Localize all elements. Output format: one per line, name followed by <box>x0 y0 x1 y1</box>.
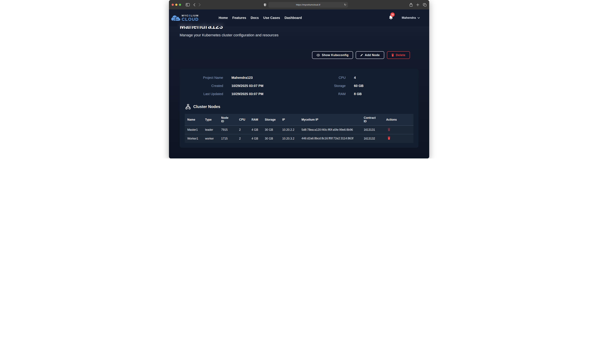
node-type: leader <box>202 126 219 134</box>
node-mycelium-ip: 5d8:78ea:a120:f40c:ff0f:a5fe:99e6:8b96 <box>299 126 361 134</box>
col-ip: IP <box>280 114 299 126</box>
delete-label: Delete <box>396 53 406 57</box>
cluster-nodes-table-wrap: Name Type Node ID CPU RAM Storage IP Myc… <box>185 114 414 143</box>
node-storage: 30 GB <box>262 126 280 134</box>
node-id: 1715 <box>219 134 237 143</box>
table-row: Master1 leader 7915 2 4 GB 30 GB 10.20.2… <box>185 126 414 134</box>
user-name: Mahendra <box>402 16 416 20</box>
tab-overview-icon[interactable] <box>423 3 427 7</box>
new-tab-icon[interactable] <box>416 3 419 6</box>
col-contract-id: Contract ID <box>361 114 383 126</box>
nav-item-docs[interactable]: Docs <box>251 16 259 20</box>
storage-label: Storage <box>309 84 346 88</box>
project-info-grid: Project Name Mahendra123 CPU 4 Created 1… <box>180 76 418 96</box>
logo-line-mycelium: MYCELIUM <box>182 14 199 17</box>
close-window-button[interactable] <box>172 4 174 6</box>
node-actions <box>383 134 414 143</box>
cluster-nodes-table: Name Type Node ID CPU RAM Storage IP Myc… <box>185 114 414 143</box>
mycelium-cloud-logo[interactable]: MYCELIUM CLOUD <box>171 14 199 22</box>
page-body: Mahendra123 Manage your Kubernetes clust… <box>169 9 429 158</box>
url-text: https://myceliumcloud.tf <box>296 3 320 6</box>
forward-button-icon[interactable] <box>199 3 201 7</box>
network-icon <box>185 104 191 109</box>
chrome-right-tools <box>409 3 427 7</box>
project-name-value: Mahendra123 <box>232 76 301 80</box>
created-value: 10/29/2025 03:07 PM <box>232 84 301 88</box>
delete-cluster-button[interactable]: Delete <box>387 51 410 59</box>
ram-value: 8 GB <box>354 92 418 96</box>
add-node-label: Add Node <box>365 53 380 57</box>
cluster-actions-row: Show Kubeconfig Add Node Delete <box>180 51 418 59</box>
ram-label: RAM <box>309 92 346 96</box>
node-storage: 30 GB <box>262 134 280 143</box>
back-button-icon[interactable] <box>193 3 195 7</box>
table-row: Worker1 worker 1715 2 4 GB 30 GB 10.20.3… <box>185 134 414 143</box>
node-name: Worker1 <box>185 134 202 143</box>
trash-icon <box>391 54 394 57</box>
col-node-id: Node ID <box>219 114 237 126</box>
nav-links: Home Features Docs Use Cases Dashboard <box>219 16 302 20</box>
node-mycelium-ip: 446:d2a6:8bcd:8c16:ff0f:72e2:3114:863f <box>299 134 361 143</box>
main-content: Mahendra123 Manage your Kubernetes clust… <box>169 9 429 148</box>
page-subtitle: Manage your Kubernetes cluster configura… <box>180 33 418 37</box>
created-label: Created <box>180 84 223 88</box>
delete-node-button[interactable] <box>388 128 390 131</box>
node-cpu: 2 <box>237 126 249 134</box>
sidebar-toggle-icon[interactable] <box>186 3 190 6</box>
project-name-label: Project Name <box>180 76 223 80</box>
reload-icon[interactable]: ↻ <box>344 3 346 6</box>
node-actions <box>383 126 414 134</box>
nav-item-home[interactable]: Home <box>219 16 228 20</box>
user-menu[interactable]: Mahendra <box>402 16 420 20</box>
share-icon[interactable] <box>409 3 413 7</box>
cluster-nodes-header: Cluster Nodes <box>185 104 418 109</box>
node-cpu: 2 <box>237 134 249 143</box>
traffic-lights <box>172 4 181 6</box>
trash-icon <box>388 137 390 140</box>
pencil-icon <box>360 54 363 57</box>
cpu-label: CPU <box>309 76 346 80</box>
browser-window: https://myceliumcloud.tf ↻ <box>169 0 429 158</box>
col-ram: RAM <box>249 114 262 126</box>
nav-item-features[interactable]: Features <box>232 16 246 20</box>
notifications-bell[interactable]: 11 <box>389 15 394 21</box>
project-card: Project Name Mahendra123 CPU 4 Created 1… <box>180 69 418 148</box>
node-type: worker <box>202 134 219 143</box>
minimize-window-button[interactable] <box>175 4 177 6</box>
add-node-button[interactable]: Add Node <box>356 51 384 59</box>
table-header-row: Name Type Node ID CPU RAM Storage IP Myc… <box>185 114 414 126</box>
url-bar[interactable]: https://myceliumcloud.tf ↻ <box>268 2 348 8</box>
zoom-window-button[interactable] <box>179 4 181 6</box>
node-contract-id: 1613131 <box>361 126 383 134</box>
node-name: Master1 <box>185 126 202 134</box>
logo-line-cloud: CLOUD <box>182 17 199 21</box>
nav-item-dashboard[interactable]: Dashboard <box>284 16 302 20</box>
delete-node-button[interactable] <box>388 137 390 140</box>
col-cpu: CPU <box>237 114 249 126</box>
node-ram: 4 GB <box>249 134 262 143</box>
node-ram: 4 GB <box>249 126 262 134</box>
nav-item-use-cases[interactable]: Use Cases <box>263 16 280 20</box>
logo-text: MYCELIUM CLOUD <box>182 14 199 22</box>
node-ip: 10.20.2.2 <box>280 126 299 134</box>
trash-icon <box>388 128 390 131</box>
storage-value: 60 GB <box>354 84 418 88</box>
browser-chrome: https://myceliumcloud.tf ↻ <box>169 0 429 9</box>
notification-count-badge: 11 <box>390 12 395 17</box>
url-zone: https://myceliumcloud.tf ↻ <box>204 2 408 8</box>
col-mycelium-ip: Mycelium IP <box>299 114 361 126</box>
top-navigation: MYCELIUM CLOUD Home Features Docs Use Ca… <box>169 9 429 26</box>
col-actions: Actions <box>383 114 414 126</box>
show-kubeconfig-label: Show Kubeconfig <box>322 53 349 57</box>
node-id: 7915 <box>219 126 237 134</box>
eye-icon <box>316 54 320 56</box>
last-updated-value: 10/29/2025 03:07 PM <box>232 92 301 96</box>
cluster-nodes-title: Cluster Nodes <box>193 104 220 109</box>
privacy-shield-icon <box>264 3 266 7</box>
col-type: Type <box>202 114 219 126</box>
last-updated-label: Last Updated <box>180 92 223 96</box>
show-kubeconfig-button[interactable]: Show Kubeconfig <box>312 51 353 59</box>
col-storage: Storage <box>262 114 280 126</box>
cloud-tree-icon <box>171 14 180 21</box>
chevron-down-icon <box>417 17 420 19</box>
